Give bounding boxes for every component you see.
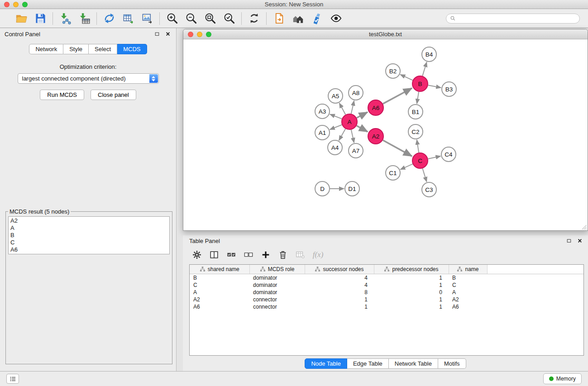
node-A4[interactable]: A4 [328,140,342,155]
tab-motifs[interactable]: Motifs [438,358,466,369]
mcds-result-item[interactable]: A2 [10,217,167,224]
memory-button[interactable]: Memory [543,373,582,384]
zoom-selected-button[interactable] [220,10,239,27]
edge-C-C3[interactable] [422,168,426,182]
minimize-window-button[interactable] [13,2,19,7]
table-row[interactable]: A2connector11A2 [190,296,583,303]
mcds-result-item[interactable]: A6 [10,246,167,253]
float-panel-button[interactable] [153,30,161,38]
edge-A-A5[interactable] [339,103,346,114]
edge-A-A6[interactable] [357,112,368,118]
open-session-button[interactable] [12,10,31,27]
column-header-name[interactable]: name [449,265,487,274]
export-image-button[interactable] [138,10,157,27]
network-close-button[interactable] [188,32,193,37]
zoom-fit-button[interactable] [201,10,220,27]
network-canvas-area[interactable]: B4B2BB3A5A8A6A3B1AA1C2A2A4A7C4CC1DD1C3 [183,39,588,230]
tab-select[interactable]: Select [89,44,117,54]
edge-A2-C[interactable] [383,140,412,156]
zoom-out-button[interactable] [182,10,201,27]
mcds-result-item[interactable]: A [10,224,167,232]
resize-grip[interactable] [582,224,587,230]
tab-node-table[interactable]: Node Table [305,358,347,369]
search-box[interactable] [446,14,580,24]
node-C3[interactable]: C3 [422,182,436,197]
edge-A-A7[interactable] [351,130,354,143]
table-close-button[interactable] [576,237,583,244]
export-table-button[interactable] [119,10,138,27]
node-C[interactable]: C [412,153,428,168]
mcds-result-item[interactable]: B [10,232,167,239]
tab-mcds[interactable]: MCDS [117,44,147,54]
network-zoom-button[interactable] [206,32,211,37]
table-float-button[interactable] [565,237,573,244]
table-row[interactable]: Bdominator41B [190,274,583,281]
edge-A6-B[interactable] [383,88,412,104]
node-A7[interactable]: A7 [349,143,363,158]
column-header-shared-name[interactable]: shared name [190,265,249,274]
task-history-button[interactable] [6,374,19,384]
import-table-button[interactable] [75,10,94,27]
tab-edge-table[interactable]: Edge Table [347,358,389,369]
show-graphics-details-button[interactable] [326,10,345,27]
delete-column-button[interactable] [276,248,289,262]
home-button[interactable] [288,10,307,27]
zoom-in-button[interactable] [163,10,182,27]
network-window-titlebar[interactable]: testGlobe.txt [183,29,588,39]
select-all-button[interactable] [225,248,238,262]
edge-C-C1[interactable] [400,164,412,169]
node-A1[interactable]: A1 [315,125,330,140]
apply-layout-button[interactable] [244,10,263,27]
node-D[interactable]: D [315,181,330,196]
edge-A-A2[interactable] [357,126,368,132]
node-D1[interactable]: D1 [345,181,359,196]
node-B2[interactable]: B2 [386,64,400,78]
edge-B-B4[interactable] [422,62,426,76]
column-header-successor-nodes[interactable]: successor nodes [305,265,374,274]
add-column-button[interactable] [259,248,272,262]
node-C1[interactable]: C1 [386,166,400,180]
tab-network-table[interactable]: Network Table [389,358,438,369]
edge-A-A4[interactable] [339,129,345,141]
node-B4[interactable]: B4 [422,47,436,62]
close-panel-action-button[interactable]: Close panel [91,90,136,100]
criterion-dropdown[interactable]: largest connected component (directed) [18,73,159,84]
close-panel-button[interactable] [164,30,172,38]
mcds-result-list[interactable]: A2ABCA6 [8,216,170,254]
node-A5[interactable]: A5 [328,89,343,103]
edge-B-B1[interactable] [417,92,419,104]
table-row[interactable]: A6connector11A6 [190,303,583,310]
table-row[interactable]: Cdominator41C [190,281,583,289]
node-B[interactable]: B [412,76,428,91]
node-A[interactable]: A [342,114,357,129]
export-network-button[interactable] [100,10,119,27]
column-header-MCDS-role[interactable]: MCDS role [249,265,305,274]
network-minimize-button[interactable] [197,32,202,37]
edge-C-C4[interactable] [428,156,441,159]
edge-A-A1[interactable] [330,125,342,130]
zoom-window-button[interactable] [22,2,28,7]
table-settings-button[interactable] [190,248,203,262]
tab-network[interactable]: Network [29,44,63,54]
edge-A-A8[interactable] [351,101,354,114]
import-network-button[interactable] [56,10,75,27]
edge-B-B3[interactable] [428,85,441,87]
node-A6[interactable]: A6 [368,100,383,115]
node-C4[interactable]: C4 [441,147,456,162]
function-builder-button[interactable]: f(x) [311,248,324,262]
mcds-result-item[interactable]: C [10,239,167,246]
apply-style-button[interactable] [307,10,326,27]
network-canvas[interactable]: B4B2BB3A5A8A6A3B1AA1C2A2A4A7C4CC1DD1C3 [183,39,588,230]
deselect-all-button[interactable] [242,248,255,262]
edge-B-B2[interactable] [400,75,412,81]
table-row[interactable]: Adominator80A [190,289,583,296]
save-session-button[interactable] [31,10,50,27]
node-B3[interactable]: B3 [442,82,456,96]
run-mcds-button[interactable]: Run MCDS [40,90,84,100]
import-file-button[interactable] [269,10,288,27]
search-input[interactable] [458,15,576,22]
edge-A-A3[interactable] [330,114,342,119]
show-columns-button[interactable] [207,248,220,262]
tab-style[interactable]: Style [63,44,89,54]
close-window-button[interactable] [4,2,10,7]
